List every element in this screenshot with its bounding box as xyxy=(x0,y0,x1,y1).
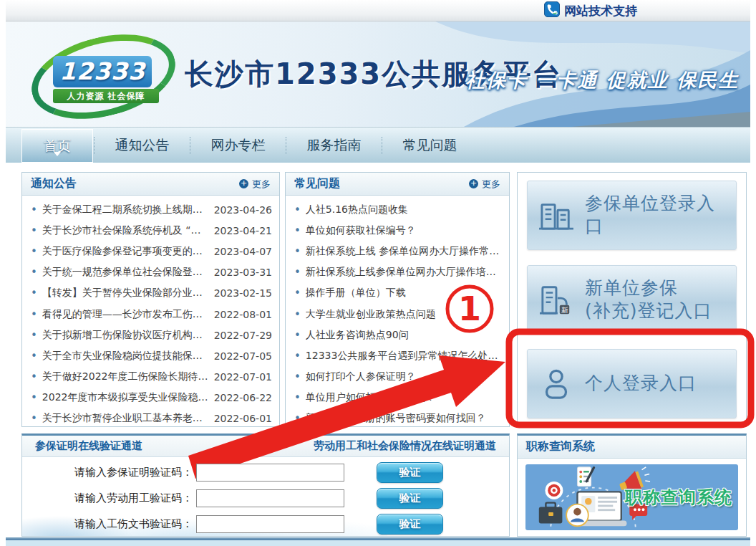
faq-question: 如何打印个人参保证明？ xyxy=(306,370,502,383)
verify-button[interactable]: 验证 xyxy=(377,488,443,509)
notice-item[interactable]: • 关于拟新增工伤保险协议医疗机构名单的... 2022-07-29 xyxy=(31,325,272,345)
verify-button[interactable]: 验证 xyxy=(377,514,443,535)
person-icon xyxy=(538,368,575,401)
bullet-icon: • xyxy=(294,329,301,342)
verify-code-input[interactable] xyxy=(196,489,344,507)
notice-title: 2022年度市本级拟享受失业保险稳岗返还... xyxy=(42,391,208,404)
verify-rows: 请输入参保证明验证码： 验证 请输入劳动用工验证码： 验证 请输入工伤文书验证码… xyxy=(22,457,509,537)
nav-tab-网办专栏[interactable]: 网办专栏 xyxy=(191,128,285,163)
notices-panel: 通知公告 + 更多 • 关于金保工程二期系统切换上线期间工伤... 2023-0… xyxy=(21,172,280,427)
faq-title: 常见问题 xyxy=(294,176,340,191)
notice-item[interactable]: • 【转发】关于暂停失业保险部分业务网上... 2023-02-15 xyxy=(31,283,272,304)
phone-icon xyxy=(544,1,560,20)
verify-panel: 参保证明在线验证通道 劳动用工和社会保险情况在线证明通道 请输入参保证明验证码：… xyxy=(21,434,510,537)
bullet-icon: • xyxy=(294,203,301,216)
faq-item[interactable]: • 大学生就业创业政策热点问题 xyxy=(294,304,502,325)
notices-more-link[interactable]: + 更多 xyxy=(239,178,271,191)
bullet-icon: • xyxy=(294,350,301,363)
faq-question: 新社保系统上线 参保单位网办大厅操作常见问题 xyxy=(306,245,502,258)
bullet-icon: • xyxy=(294,266,301,279)
faq-item[interactable]: • 12333公共服务平台遇到异常情况怎么处理？ xyxy=(294,345,502,366)
title-query-banner-text: 职称查询系统 xyxy=(625,486,732,509)
verify-row: 请输入工伤文书验证码： 验证 xyxy=(22,511,509,537)
faq-question: 新单位参保注册的账号密码要如何找回？ xyxy=(306,412,502,425)
title-query-banner[interactable]: 职称查询系统 xyxy=(525,464,738,530)
bullet-icon: • xyxy=(31,329,37,342)
notice-item[interactable]: • 关于全市失业保险稳岗位提技能保就业新... 2022-07-05 xyxy=(31,345,272,366)
notice-date: 2022-07-05 xyxy=(214,350,272,362)
nav-separator xyxy=(382,137,382,154)
faq-item[interactable]: • 新单位参保注册的账号密码要如何找回？ xyxy=(294,408,502,429)
notice-item[interactable]: • 2022年度市本级拟享受失业保险稳岗返还... 2022-06-22 xyxy=(31,388,272,408)
entry-unit-login[interactable]: 参保单位登录入口 xyxy=(527,181,737,250)
notice-date: 2022-06-22 xyxy=(214,392,272,403)
verify-input-label: 请输入工伤文书验证码： xyxy=(22,517,193,531)
notices-list: • 关于金保工程二期系统切换上线期间工伤... 2023-04-26 • 关于长… xyxy=(22,196,279,429)
notice-item[interactable]: • 关于金保工程二期系统切换上线期间工伤... 2023-04-26 xyxy=(31,199,272,220)
nav-tab-常见问题[interactable]: 常见问题 xyxy=(383,128,477,163)
faq-item[interactable]: • 人社5.16热点问题收集 xyxy=(294,199,502,220)
faq-panel: 常见问题 + 更多 • 人社5.16热点问题收集 • 单位如何获取社保编号？ •… xyxy=(285,172,510,427)
nav-tab-服务指南[interactable]: 服务指南 xyxy=(287,128,381,163)
plus-circle-icon: + xyxy=(469,179,478,188)
verify-title-labor: 劳动用工和社会保险情况在线证明通道 xyxy=(314,439,496,453)
notice-item[interactable]: • 关于医疗保险参保登记事项变更的通知 2023-04-07 xyxy=(31,241,272,262)
nav-tab-首页[interactable]: 首页 xyxy=(21,129,93,163)
notice-title: 关于统一规范参保单位社会保险登记的通告 xyxy=(42,266,208,279)
faq-item[interactable]: • 单位用户如何打印参保证明？ xyxy=(294,388,502,408)
notice-title: 关于长沙市社会保险系统停机及 “金保工... xyxy=(42,224,208,237)
nav-separator xyxy=(286,137,286,154)
site-logo[interactable]: 12333 人力资源 社会保障 xyxy=(30,37,177,116)
verify-input-label: 请输入参保证明验证码： xyxy=(22,466,193,479)
bullet-icon: • xyxy=(31,224,37,237)
tech-support-label: 网站技术支持 xyxy=(564,3,637,19)
notice-item[interactable]: • 关于统一规范参保单位社会保险登记的通告 2023-03-31 xyxy=(31,262,272,283)
verify-button[interactable]: 验证 xyxy=(377,462,443,483)
verify-panel-header: 参保证明在线验证通道 劳动用工和社会保险情况在线证明通道 xyxy=(22,436,509,457)
notice-title: 关于长沙市暂停企业职工基本养老保险经... xyxy=(42,412,208,425)
topbar: 网站技术支持 xyxy=(6,0,750,21)
notice-item[interactable]: • 关于做好2022年度工伤保险长期待遇领取... 2022-07-01 xyxy=(31,367,272,388)
faq-item[interactable]: • 人社业务咨询热点90问 xyxy=(294,325,502,345)
nav-separator xyxy=(94,137,94,154)
notices-title: 通知公告 xyxy=(31,176,77,191)
login-entry-label: 新单位参保(补充)登记入口 xyxy=(585,277,712,323)
nav-tab-label: 服务指南 xyxy=(307,136,362,155)
faq-more-link[interactable]: + 更多 xyxy=(469,178,500,191)
nav-separator xyxy=(190,137,190,154)
bullet-icon: • xyxy=(31,245,37,258)
notice-date: 2023-04-07 xyxy=(214,246,272,257)
bullet-icon: • xyxy=(31,287,37,300)
bullet-icon: • xyxy=(31,203,37,216)
notice-date: 2022-06-01 xyxy=(214,413,272,424)
notice-item[interactable]: • 关于长沙市暂停企业职工基本养老保险经... 2022-06-01 xyxy=(31,408,272,429)
faq-question: 人社5.16热点问题收集 xyxy=(306,203,502,216)
tech-support-link[interactable]: 网站技术支持 xyxy=(544,1,637,20)
footer-divider xyxy=(6,537,750,546)
nav-tab-label: 网办专栏 xyxy=(211,136,266,155)
nav-tab-label: 通知公告 xyxy=(115,136,170,155)
nav-tab-通知公告[interactable]: 通知公告 xyxy=(95,128,189,163)
verify-code-input[interactable] xyxy=(196,464,344,482)
notice-title: 关于拟新增工伤保险协议医疗机构名单的... xyxy=(42,329,208,342)
entry-new-unit-register[interactable]: 新 新单位参保(补充)登记入口 xyxy=(527,265,737,335)
bullet-icon: • xyxy=(31,391,37,404)
verify-title-insurance: 参保证明在线验证通道 xyxy=(35,439,142,453)
faq-item[interactable]: • 新社保系统上线参保单位网办大厅操作培训下载 xyxy=(294,262,502,283)
verify-code-input[interactable] xyxy=(196,515,344,533)
notice-date: 2022-08-01 xyxy=(214,309,272,320)
notice-item[interactable]: • 关于长沙市社会保险系统停机及 “金保工... 2023-04-21 xyxy=(31,220,272,241)
page: 网站技术支持 12333 人力资源 社会保障 长沙市12333公共服务平台 社保… xyxy=(0,0,756,546)
entry-personal-login[interactable]: 个人登录入口 xyxy=(527,349,737,418)
faq-item[interactable]: • 单位如何获取社保编号？ xyxy=(294,220,502,241)
notice-item[interactable]: • 看得见的管理——长沙市发布工伤预防目... 2022-08-01 xyxy=(31,304,272,325)
bullet-icon: • xyxy=(31,308,37,321)
faq-item[interactable]: • 如何打印个人参保证明？ xyxy=(294,367,502,388)
faq-item[interactable]: • 操作手册（单位）下载 xyxy=(294,283,502,304)
faq-item[interactable]: • 新社保系统上线 参保单位网办大厅操作常见问题 xyxy=(294,241,502,262)
notice-title: 看得见的管理——长沙市发布工伤预防目... xyxy=(42,308,208,321)
notice-title: 关于做好2022年度工伤保险长期待遇领取... xyxy=(42,370,208,383)
main-nav: 首页 通知公告 网办专栏 服务指南 常见问题 xyxy=(6,127,750,163)
faq-more-label: 更多 xyxy=(482,178,500,191)
verify-input-label: 请输入劳动用工验证码： xyxy=(22,492,193,505)
